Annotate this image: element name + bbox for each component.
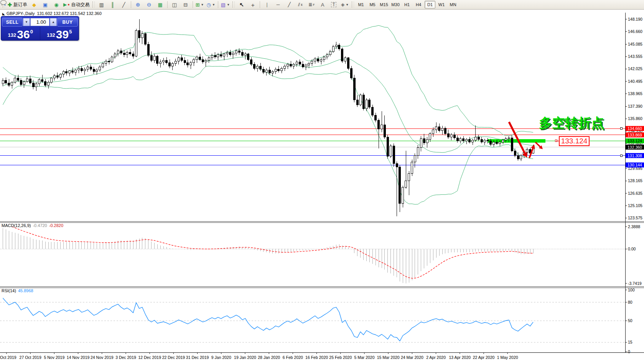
line-handle[interactable] bbox=[621, 128, 623, 130]
candle-body bbox=[341, 49, 343, 61]
candle-body bbox=[93, 69, 95, 71]
candle-body bbox=[381, 125, 383, 129]
timeframe-H4[interactable]: H4 bbox=[413, 1, 424, 8]
timeframe-MN[interactable]: MN bbox=[448, 1, 458, 8]
line-chart-icon: ╱ bbox=[122, 2, 125, 7]
zoom-in-button[interactable]: ⊕ bbox=[133, 0, 143, 9]
candle-body bbox=[11, 82, 13, 85]
candle-body bbox=[463, 139, 464, 141]
price-callout-box[interactable]: 133.124 bbox=[559, 137, 589, 146]
candle-body bbox=[338, 45, 340, 49]
price-axis[interactable]: 148.190146.660145.085143.555142.025140.4… bbox=[626, 17, 643, 220]
timeframe-M15[interactable]: M15 bbox=[379, 1, 389, 8]
price-tick-label: 146.660 bbox=[628, 29, 642, 34]
trend-arrow-3[interactable] bbox=[535, 142, 540, 147]
candle-chart-mode-button[interactable]: ║ bbox=[107, 0, 118, 9]
channel-tool-button[interactable]: ⫽E bbox=[295, 0, 306, 9]
chart-canvas[interactable]: 148.190146.660145.085143.555142.025140.4… bbox=[0, 10, 644, 362]
timeframe-H1[interactable]: H1 bbox=[402, 1, 412, 8]
candle-body bbox=[308, 64, 310, 65]
news-button[interactable]: ◆ bbox=[29, 0, 40, 9]
buy-price[interactable]: 132395 bbox=[40, 27, 79, 40]
candle-body bbox=[208, 58, 210, 60]
auto-scroll-button[interactable]: ◫ bbox=[169, 0, 180, 9]
timeframe-D1[interactable]: D1 bbox=[425, 1, 435, 8]
candle-body bbox=[5, 81, 7, 83]
price-tick-label: 148.190 bbox=[628, 17, 642, 21]
text-tool-button[interactable]: A bbox=[317, 0, 328, 9]
candle-body bbox=[384, 125, 385, 137]
new-chart-button[interactable]: ⊞▼ bbox=[194, 0, 205, 9]
chart-window: ◣GBPJPY-,Daily 131.602 132.672 131.542 1… bbox=[0, 10, 644, 362]
market-button[interactable]: ▣ bbox=[40, 0, 51, 9]
horizontal-line-icon: ─ bbox=[277, 2, 280, 7]
candle-body bbox=[17, 78, 19, 81]
rsi-panel[interactable]: 1008050150 bbox=[0, 288, 635, 354]
sell-price[interactable]: 132360 bbox=[1, 27, 40, 40]
shapes-tool-button[interactable]: ◈▼ bbox=[339, 0, 350, 9]
volume-decrease-button[interactable]: ▼ bbox=[23, 18, 30, 26]
dropdown-arrow-icon: ▼ bbox=[212, 3, 215, 7]
signals-button[interactable]: ◉ bbox=[51, 0, 62, 9]
dropdown-arrow-icon: ▼ bbox=[227, 3, 230, 7]
timeframe-M1[interactable]: M1 bbox=[356, 1, 366, 8]
volume-input[interactable]: 1.00 bbox=[30, 18, 49, 26]
candle-body bbox=[262, 69, 264, 72]
fibonacci-tool-button[interactable]: ≣F bbox=[306, 0, 317, 9]
candle-body bbox=[211, 56, 213, 58]
candle-body bbox=[90, 67, 92, 69]
new-order-button[interactable]: ✚ 新订单 bbox=[7, 0, 28, 9]
candle-body bbox=[359, 95, 361, 105]
bar-chart-mode-button[interactable]: ▥ bbox=[96, 0, 107, 9]
zoom-out-button[interactable]: ⊖ bbox=[144, 0, 155, 9]
price-tick-label: 135.860 bbox=[628, 116, 642, 121]
candle-body bbox=[405, 181, 407, 187]
price-tags: 134.660133.869133.124132.360131.308130.1… bbox=[626, 126, 644, 168]
date-axis[interactable]: 7 Oct 201927 Oct 20195 Nov 201914 Nov 20… bbox=[0, 353, 518, 360]
auto-trading-button[interactable]: ▶ ● 自动交易 bbox=[62, 0, 91, 9]
timeframe-W1[interactable]: W1 bbox=[436, 1, 447, 8]
date-label: 6 Feb 2020 bbox=[283, 355, 303, 360]
candle-body bbox=[369, 100, 371, 107]
indicators-button[interactable]: ▧▼ bbox=[220, 0, 231, 9]
auto-trading-label: 自动交易 bbox=[71, 2, 90, 8]
candle-body bbox=[496, 142, 498, 143]
candle-body bbox=[329, 51, 331, 54]
buy-button[interactable]: BUY bbox=[57, 18, 78, 26]
macd-panel[interactable]: 2.38880.00-3.7419 bbox=[0, 224, 642, 286]
candle-body bbox=[438, 127, 440, 131]
candle-body bbox=[29, 79, 31, 83]
candlestick-icon: ║ bbox=[111, 2, 114, 7]
volume-increase-button[interactable]: ▲ bbox=[50, 18, 57, 26]
dropdown-arrow-icon: ▼ bbox=[201, 3, 204, 7]
svg-text:MACD(12,26,9)-0.4720-0.2820: MACD(12,26,9)-0.4720-0.2820 bbox=[2, 223, 63, 228]
price-tag-text: 131.308 bbox=[628, 153, 642, 158]
timeframe-M30[interactable]: M30 bbox=[390, 1, 401, 8]
candle-body bbox=[366, 100, 367, 109]
vertical-line-tool-button[interactable]: ｜ bbox=[262, 0, 272, 9]
turning-point-annotation[interactable]: 多空转折点 bbox=[539, 115, 604, 130]
dropdown-arrow-icon: ▼ bbox=[346, 3, 349, 7]
date-label: 15 Mar 2020 bbox=[377, 355, 400, 360]
sell-button[interactable]: SELL bbox=[2, 18, 23, 26]
price-tick-label: 142.025 bbox=[628, 66, 642, 71]
tile-windows-button[interactable]: ▦ bbox=[155, 0, 166, 9]
date-label: 7 Oct 2019 bbox=[0, 355, 16, 360]
cursor-tool-button[interactable]: ↖ bbox=[236, 0, 247, 9]
macd-axis-label: 2.3888 bbox=[628, 224, 640, 229]
candle-body bbox=[514, 151, 516, 156]
horizontal-price-lines[interactable] bbox=[0, 128, 625, 165]
crosshair-tool-button[interactable]: ＋ bbox=[247, 0, 258, 9]
timeframe-M5[interactable]: M5 bbox=[367, 1, 378, 8]
horizontal-line-tool-button[interactable]: ─ bbox=[273, 0, 283, 9]
trendline-tool-button[interactable]: ╱ bbox=[284, 0, 295, 9]
line-handle[interactable] bbox=[621, 155, 623, 156]
candle-body bbox=[105, 61, 107, 63]
candle-body bbox=[378, 120, 380, 129]
label-tool-button[interactable]: T bbox=[328, 0, 339, 9]
profiles-button[interactable]: ◷▼ bbox=[206, 0, 216, 9]
line-chart-mode-button[interactable]: ╱ bbox=[119, 0, 129, 9]
candle-body bbox=[474, 137, 476, 140]
candle-body bbox=[117, 51, 119, 54]
chart-shift-button[interactable]: ⊟ bbox=[180, 0, 191, 9]
